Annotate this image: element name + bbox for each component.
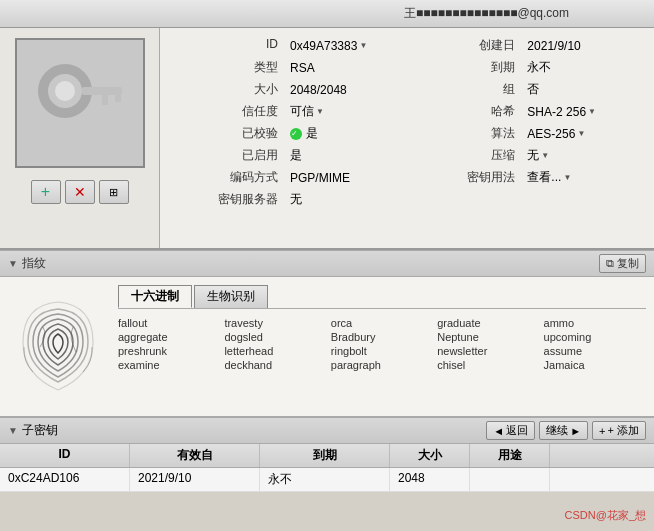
subkey-section-label: 子密钥	[22, 422, 58, 439]
header-bar: 王■■■■■■■■■■■■■■@qq.com	[0, 0, 654, 28]
key-panel: + ✕ ⊞	[0, 28, 160, 248]
table-cell: 0xC24AD106	[0, 468, 130, 491]
back-button[interactable]: ◄ 返回	[486, 421, 535, 440]
svg-rect-1	[82, 87, 122, 95]
fingerprint-content: 十六进制 生物识别 fallouttravestyorcagraduateamm…	[118, 285, 646, 408]
fingerprint-word: Bradbury	[331, 331, 433, 343]
fingerprint-word: preshrunk	[118, 345, 220, 357]
back-label: 返回	[506, 423, 528, 438]
col-expires: 到期	[260, 444, 390, 467]
fingerprint-section-label: 指纹	[22, 255, 46, 272]
encoding-label: 编码方式	[172, 168, 280, 187]
subkey-table: ID 有效自 到期 大小 用途 0xC24AD1062021/9/10永不204…	[0, 444, 654, 492]
fingerprint-word: upcoming	[544, 331, 646, 343]
verified-label: 已校验	[172, 124, 280, 143]
add-subkey-label: + 添加	[608, 423, 639, 438]
fingerprint-section-header: ▼ 指纹 ⧉ 复制	[0, 250, 654, 277]
add-subkey-icon: +	[599, 425, 605, 437]
hash-value: SHA-2 256 ▼	[525, 102, 642, 121]
created-label: 创建日	[421, 36, 517, 55]
type-label: 类型	[172, 58, 280, 77]
keyuse-dropdown-arrow[interactable]: ▼	[563, 173, 571, 182]
col-size: 大小	[390, 444, 470, 467]
id-dropdown-arrow[interactable]: ▼	[359, 41, 367, 50]
header-title: 王■■■■■■■■■■■■■■@qq.com	[327, 5, 646, 22]
fingerprint-word: newsletter	[437, 345, 539, 357]
group-value: 否	[525, 80, 642, 99]
main-area: + ✕ ⊞ ID 0x49A73383 ▼ 创建日 2021/9/10 类型 R…	[0, 28, 654, 250]
keyserver-value: 无	[288, 190, 413, 209]
algo-label: 算法	[421, 124, 517, 143]
next-button[interactable]: 继续 ►	[539, 421, 588, 440]
trust-dropdown-arrow[interactable]: ▼	[316, 107, 324, 116]
table-cell: 2048	[390, 468, 470, 491]
algo-dropdown-arrow[interactable]: ▼	[577, 129, 585, 138]
copy-button[interactable]: ⧉ 复制	[599, 254, 646, 273]
group-label: 组	[421, 80, 517, 99]
fingerprint-word: dogsled	[224, 331, 326, 343]
fingerprint-word: Neptune	[437, 331, 539, 343]
encoding-value: PGP/MIME	[288, 168, 413, 187]
id-value: 0x49A73383 ▼	[288, 36, 413, 55]
type-value: RSA	[288, 58, 413, 77]
fingerprint-word: assume	[544, 345, 646, 357]
back-icon: ◄	[493, 425, 504, 437]
trust-label: 信任度	[172, 102, 280, 121]
fingerprint-words: fallouttravestyorcagraduateammoaggregate…	[118, 317, 646, 371]
fingerprint-svg	[18, 297, 98, 397]
hash-dropdown-arrow[interactable]: ▼	[588, 107, 596, 116]
fingerprint-word: graduate	[437, 317, 539, 329]
add-subkey-button[interactable]: + + 添加	[592, 421, 646, 440]
view-key-button[interactable]: ⊞	[99, 180, 129, 204]
fingerprint-tabs: 十六进制 生物识别	[118, 285, 646, 309]
trust-value: 可信 ▼	[288, 102, 413, 121]
hash-label: 哈希	[421, 102, 517, 121]
col-valid-from: 有效自	[130, 444, 260, 467]
fingerprint-word: orca	[331, 317, 433, 329]
expires-value: 永不	[525, 58, 642, 77]
keyuse-label: 密钥用法	[421, 168, 517, 187]
info-panel: ID 0x49A73383 ▼ 创建日 2021/9/10 类型 RSA 到期 …	[160, 28, 654, 248]
key-icon-box	[15, 38, 145, 168]
fingerprint-word: letterhead	[224, 345, 326, 357]
table-header: ID 有效自 到期 大小 用途	[0, 444, 654, 468]
compress-value: 无 ▼	[525, 146, 642, 165]
table-cell: 2021/9/10	[130, 468, 260, 491]
key-icon	[30, 53, 130, 153]
compress-dropdown-arrow[interactable]: ▼	[541, 151, 549, 160]
next-icon: ►	[570, 425, 581, 437]
col-id: ID	[0, 444, 130, 467]
enabled-label: 已启用	[172, 146, 280, 165]
verified-check-icon	[290, 128, 302, 140]
id-label: ID	[172, 36, 280, 55]
fingerprint-word: aggregate	[118, 331, 220, 343]
fingerprint-section-arrow[interactable]: ▼	[8, 258, 18, 269]
fingerprint-word: chisel	[437, 359, 539, 371]
remove-key-button[interactable]: ✕	[65, 180, 95, 204]
compress-label: 压缩	[421, 146, 517, 165]
subkey-actions: ◄ 返回 继续 ► + + 添加	[486, 421, 646, 440]
verified-value: 是	[288, 124, 413, 143]
subkey-section-arrow[interactable]: ▼	[8, 425, 18, 436]
tab-biometric[interactable]: 生物识别	[194, 285, 268, 308]
fingerprint-image	[8, 285, 108, 408]
svg-rect-2	[102, 95, 108, 105]
fingerprint-word: examine	[118, 359, 220, 371]
fingerprint-word: ringbolt	[331, 345, 433, 357]
table-cell: 永不	[260, 468, 390, 491]
table-row[interactable]: 0xC24AD1062021/9/10永不2048	[0, 468, 654, 492]
size-label: 大小	[172, 80, 280, 99]
keyserver-label: 密钥服务器	[172, 190, 280, 209]
created-value: 2021/9/10	[525, 36, 642, 55]
tab-hex[interactable]: 十六进制	[118, 285, 192, 308]
subkey-section-header: ▼ 子密钥 ◄ 返回 继续 ► + + 添加	[0, 417, 654, 444]
copy-label: 复制	[617, 256, 639, 271]
svg-rect-3	[115, 95, 121, 102]
next-label: 继续	[546, 423, 568, 438]
fingerprint-word: deckhand	[224, 359, 326, 371]
fingerprint-word: travesty	[224, 317, 326, 329]
fingerprint-area: 十六进制 生物识别 fallouttravestyorcagraduateamm…	[0, 277, 654, 417]
add-key-button[interactable]: +	[31, 180, 61, 204]
fingerprint-word: Jamaica	[544, 359, 646, 371]
svg-point-4	[55, 81, 75, 101]
